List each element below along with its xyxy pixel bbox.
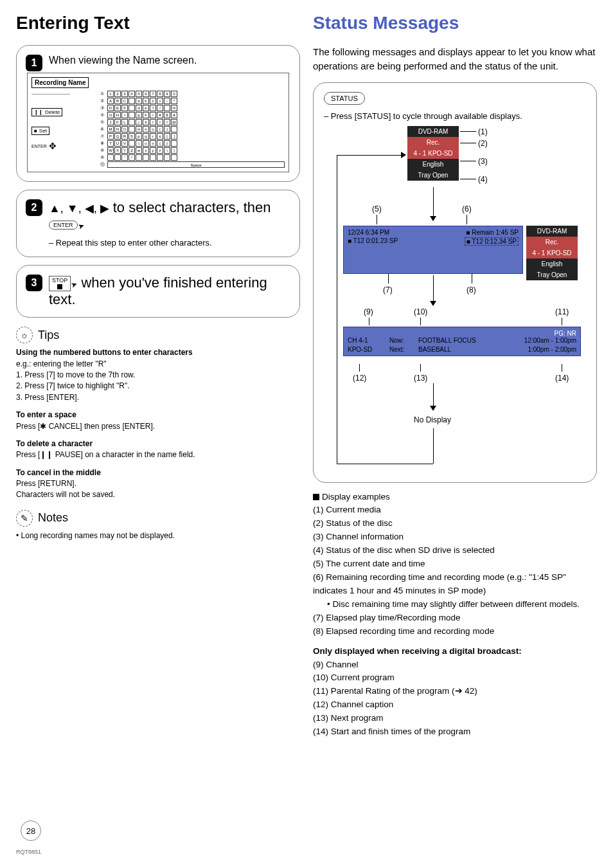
stack-top: DVD-RAM Rec. 4 - 1 KPO-SD English Tray O… [407,126,459,181]
heading-status-messages: Status Messages [313,13,597,33]
callout-5: (5) [372,204,382,213]
status-diagram: DVD-RAM Rec. 4 - 1 KPO-SD English Tray O… [324,126,586,473]
tips-icon: ☼ [16,327,33,343]
dpad-icon: ✥ [49,141,57,151]
callout-9: (9) [364,307,373,316]
step-3-card: 3 STOP➤ when you've finished entering te… [16,265,300,318]
panel-program: PG: NR CH 4-1 Now: FOOTBALL FOCUS 12:00a… [343,327,581,356]
arrow-icons: ▲, ▼, ◀, ▶ [49,202,109,215]
step-3-text: STOP➤ when you've finished entering text… [49,275,289,308]
stack-side: DVD-RAM Rec. 4 - 1 KPO-SD English Tray O… [526,226,578,280]
cursor-icon: ➤ [76,221,85,232]
callout-14: (14) [555,374,569,383]
notes-icon: ✎ [16,510,33,527]
step-1-text: When viewing the Name screen. [49,55,289,66]
callout-1: (1) [478,127,488,136]
callout-7: (7) [383,285,393,294]
notes-heading: Notes [38,511,68,525]
status-button-pill: STATUS [324,92,365,105]
press-status-line: – Press [STATUS] to cycle through availa… [324,111,586,121]
callout-13: (13) [414,374,427,383]
callout-8: (8) [466,285,476,294]
step-2-badge: 2 [26,199,42,216]
callout-2: (2) [478,139,488,148]
character-grid: ①1234567890②ABCabc+–*③DEFdef/%④GHIghi#$&… [100,91,285,168]
callout-11: (11) [555,307,569,316]
name-screen: Recording Name ❙❙Delete ■Set ENTER ✥ ①12… [27,73,289,172]
callout-4: (4) [478,175,488,184]
status-card: STATUS – Press [STATUS] to cycle through… [313,82,597,483]
callout-10: (10) [414,307,427,316]
tips-body: Using the numbered buttons to enter char… [16,347,300,501]
step-1-badge: 1 [26,55,42,71]
stop-set-button: ■Set [31,127,49,135]
step-3-badge: 3 [26,275,42,291]
step-2-card: 2 ▲, ▼, ◀, ▶ to select characters, then … [16,190,300,257]
panel-time: 12/24 6:34 PM ■ Remain 1:45 SP ■ T12 0:0… [343,226,523,274]
callout-12: (12) [353,374,366,383]
page-number: 28 [21,820,41,841]
enter-button-icon: ENTER [49,221,78,230]
step-2-text: ▲, ▼, ◀, ▶ to select characters, then EN… [49,199,289,233]
callout-6: (6) [462,204,472,213]
stop-button-icon: STOP [49,276,71,291]
enter-label: ENTER [31,144,47,149]
callout-3: (3) [478,157,488,166]
heading-entering-text: Entering Text [16,13,300,33]
step-1-card: 1 When viewing the Name screen. Recordin… [16,45,300,182]
display-list: Display examples (1) Current media (2) S… [313,491,597,739]
step-2-sub: – Repeat this step to enter other charac… [49,238,289,248]
notes-body: • Long recording names may not be displa… [16,530,300,541]
screen-title: Recording Name [31,77,89,88]
tips-heading: Tips [38,329,59,342]
status-intro: The following messages and displays appe… [313,45,597,73]
no-display-label: No Display [414,415,451,424]
doc-id: RQT8851 [16,849,41,855]
pause-delete-button: ❙❙Delete [31,108,62,116]
